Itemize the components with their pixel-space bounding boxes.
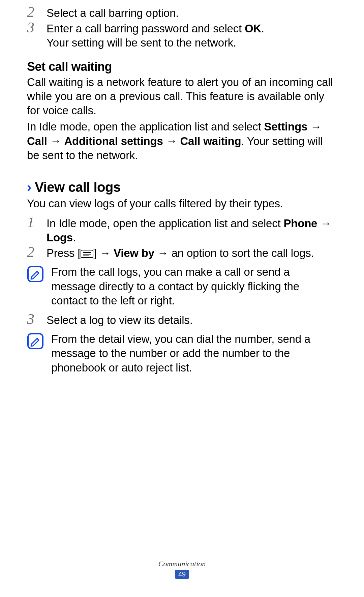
svg-line-7	[37, 338, 39, 340]
view-logs-intro: You can view logs of your calls filtered…	[27, 197, 337, 211]
step-text: Press [] → View by → an option to sort t…	[47, 246, 337, 260]
note-text: From the call logs, you can make a call …	[47, 265, 337, 308]
svg-rect-6	[28, 334, 43, 349]
step-number: 3	[27, 20, 47, 35]
chevron-right-icon: ›	[27, 180, 31, 194]
section-title: View call logs	[35, 179, 121, 196]
page-content: 2 Select a call barring option. 3 Enter …	[27, 6, 337, 375]
step-number: 3	[27, 312, 47, 327]
section-heading-view-call-logs: › View call logs	[27, 179, 337, 196]
step3-part-b: .	[261, 22, 264, 35]
note-icon	[27, 333, 47, 353]
step-text: In Idle mode, open the application list …	[47, 216, 337, 245]
page-footer: Communication 49	[0, 560, 364, 579]
vl-step-1: 1 In Idle mode, open the application lis…	[27, 216, 337, 245]
settings-label: Settings	[264, 120, 307, 133]
arrow: →	[47, 135, 64, 147]
vl-step-3: 3 Select a log to view its details.	[27, 313, 337, 327]
svg-line-5	[37, 271, 39, 273]
menu-key-icon	[81, 250, 93, 258]
step-3: 3 Enter a call barring password and sele…	[27, 22, 337, 50]
arrow: →	[163, 135, 180, 147]
vl-s2b: ]	[93, 247, 99, 259]
phone-label: Phone	[283, 217, 317, 230]
additional-settings-label: Additional settings	[64, 135, 163, 147]
call-waiting-para-2: In Idle mode, open the application list …	[27, 120, 337, 162]
step-2: 2 Select a call barring option.	[27, 6, 337, 20]
svg-rect-4	[28, 267, 43, 281]
page-number-badge: 49	[175, 570, 189, 579]
period: .	[73, 231, 76, 244]
manual-page: 2 Select a call barring option. 3 Enter …	[0, 0, 364, 597]
step-number: 2	[27, 245, 47, 260]
step3-part-a: Enter a call barring password and select	[47, 22, 245, 35]
vl-s2a: Press [	[47, 247, 81, 259]
step-number: 1	[27, 215, 47, 230]
step3-line2: Your setting will be sent to the network…	[47, 36, 236, 49]
note-icon	[27, 266, 47, 286]
heading-set-call-waiting: Set call waiting	[27, 59, 337, 74]
note-text: From the detail view, you can dial the n…	[47, 332, 337, 375]
ok-label: OK	[245, 22, 261, 35]
arrow: →	[317, 217, 331, 230]
arrow: →	[307, 120, 322, 133]
footer-section-name: Communication	[0, 560, 364, 568]
vl-step-2: 2 Press [] → View by → an option to sort…	[27, 246, 337, 260]
vl-s1a: In Idle mode, open the application list …	[47, 217, 283, 230]
step-text: Enter a call barring password and select…	[47, 22, 337, 50]
arrow: →	[99, 247, 114, 259]
call-waiting-para-1: Call waiting is a network feature to ale…	[27, 75, 337, 118]
logs-label: Logs	[47, 231, 73, 244]
step-text: Select a call barring option.	[47, 6, 337, 20]
vl-s2c: → an option to sort the call logs.	[154, 247, 314, 259]
note-2: From the detail view, you can dial the n…	[27, 332, 337, 375]
call-waiting-label: Call waiting	[180, 135, 241, 147]
step-text: Select a log to view its details.	[47, 313, 337, 327]
view-by-label: View by	[114, 247, 154, 259]
cw-p2a: In Idle mode, open the application list …	[27, 120, 264, 133]
note-1: From the call logs, you can make a call …	[27, 265, 337, 308]
call-label: Call	[27, 135, 47, 147]
step-number: 2	[27, 5, 47, 20]
